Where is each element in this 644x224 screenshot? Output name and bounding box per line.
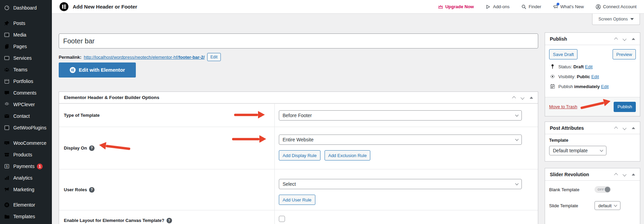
move-up-icon[interactable] (614, 173, 618, 177)
sidebar-item-elementor[interactable]: Elementor (0, 199, 52, 211)
user-roles-select[interactable]: Select (279, 179, 522, 189)
publish-header: Publish (545, 33, 640, 45)
pages-icon (3, 44, 10, 49)
sidebar-item-getwooplugins[interactable]: GetWooPlugins (0, 122, 52, 134)
topbar-actions: Upgrade Now Add-ons Finder What's New Co… (438, 4, 636, 10)
edit-permalink-button[interactable]: Edit (207, 53, 221, 61)
collapse-icon[interactable] (632, 173, 635, 176)
sidebar-item-marketing[interactable]: Marketing (0, 184, 52, 195)
eye-icon (550, 74, 555, 79)
chevron-down-icon (515, 138, 519, 141)
slide-template-label: Slide Template (549, 203, 595, 208)
save-draft-button[interactable]: Save Draft (549, 49, 577, 59)
sidebar-item-portfolios[interactable]: Portfolios (0, 75, 52, 87)
schedule-row: Publish immediately Edit (550, 84, 635, 89)
move-down-icon[interactable] (622, 37, 626, 41)
sidebar-item-dashboard[interactable]: Dashboard (0, 2, 52, 14)
collapse-icon[interactable] (530, 97, 533, 99)
lightbulb-icon (3, 102, 10, 107)
hf-options-metabox: Elementor Header & Footer Builder Option… (59, 92, 538, 224)
permalink-url[interactable]: http://localhost/wordpress/neotech/eleme… (84, 55, 204, 60)
template-select[interactable]: Default template (549, 146, 606, 155)
sidebar-item-posts[interactable]: Posts (0, 17, 52, 29)
metabox-header: Elementor Header & Footer Builder Option… (59, 92, 538, 103)
upgrade-now-link[interactable]: Upgrade Now (438, 4, 474, 10)
slide-template-select[interactable]: default (595, 201, 620, 210)
publishing-actions: Move to Trash Publish (545, 97, 640, 116)
chevron-down-icon (515, 113, 519, 116)
help-icon[interactable]: ? (167, 218, 172, 223)
whats-new-link[interactable]: What's New (553, 4, 584, 10)
connect-account-link[interactable]: Connect Account (596, 4, 636, 10)
elementor-logo-icon (70, 67, 76, 73)
addons-link[interactable]: Add-ons (485, 4, 509, 10)
add-user-rule-button[interactable]: Add User Rule (279, 195, 315, 205)
row-type-of-template: Type of Template Before Footer (59, 103, 538, 127)
bar-chart-icon (3, 175, 10, 181)
post-attributes-header: Post Attributes (545, 122, 640, 134)
services-icon (3, 55, 10, 61)
sidebar-item-wpclever[interactable]: WPClever (0, 99, 52, 110)
add-exclusion-rule-button[interactable]: Add Exclusion Rule (325, 150, 371, 160)
move-down-icon[interactable] (520, 96, 524, 99)
sidebar-item-media[interactable]: Media (0, 29, 52, 41)
sidebar-item-teams[interactable]: Teams (0, 64, 52, 75)
sidebar-item-services[interactable]: Services (0, 52, 52, 64)
post-title-input[interactable] (59, 33, 538, 48)
add-display-rule-button[interactable]: Add Display Rule (279, 150, 320, 160)
move-up-icon[interactable] (614, 37, 618, 41)
sidebar-item-templates[interactable]: Templates (0, 211, 52, 222)
toggle-knob (605, 187, 610, 192)
edit-status-link[interactable]: Edit (585, 64, 592, 69)
collapse-icon[interactable] (632, 38, 635, 40)
help-icon[interactable]: ? (89, 145, 95, 151)
sidebar-item-payments[interactable]: $ Payments 1 (0, 160, 52, 172)
crown-icon (438, 4, 443, 10)
edit-with-elementor-button[interactable]: Edit with Elementor (59, 62, 136, 78)
move-up-icon[interactable] (614, 126, 618, 130)
sidebar-item-contact[interactable]: Contact (0, 110, 52, 122)
post-attributes-panel: Post Attributes Template Default templat… (545, 122, 640, 162)
status-row: Status: Draft Edit (550, 64, 635, 69)
sidebar-item-analytics[interactable]: Analytics (0, 172, 52, 184)
slider-revolution-header: Slider Revolution (545, 168, 640, 181)
permalink-label: Permalink: (59, 55, 81, 60)
collapse-icon[interactable] (632, 127, 635, 129)
svg-text:$: $ (6, 165, 8, 168)
plugin-arrows-icon (3, 125, 10, 130)
blank-template-toggle[interactable]: OFF (595, 186, 611, 193)
type-of-template-select[interactable]: Before Footer (279, 110, 522, 121)
dashboard-icon (3, 5, 10, 11)
move-up-icon[interactable] (512, 96, 516, 100)
row-display-on: Display On ? Entire Website Add Display … (59, 127, 538, 169)
move-down-icon[interactable] (622, 172, 626, 176)
move-down-icon[interactable] (622, 126, 626, 130)
preview-button[interactable]: Preview (613, 49, 636, 59)
sidebar-item-products[interactable]: Products (0, 149, 52, 160)
visibility-row: Visibility: Public Edit (550, 74, 635, 79)
page: Dashboard Posts Media Pages Services Tea… (0, 0, 644, 224)
folder-icon (3, 214, 10, 219)
edit-schedule-link[interactable]: Edit (601, 84, 609, 89)
edit-visibility-link[interactable]: Edit (591, 74, 599, 79)
sidebar-item-woocommerce[interactable]: Woo WooCommerce (0, 137, 52, 149)
publish-button[interactable]: Publish (614, 102, 636, 112)
field-label: Enable Layout for Elementor Canvas Templ… (64, 218, 164, 223)
sidebar-item-pages[interactable]: Pages (0, 41, 52, 52)
search-icon (521, 4, 527, 10)
help-icon[interactable]: ? (89, 187, 95, 193)
display-on-select[interactable]: Entire Website (279, 135, 522, 145)
comment-icon (3, 90, 10, 96)
row-canvas-template: Enable Layout for Elementor Canvas Templ… (59, 210, 538, 224)
permalink: Permalink: http://localhost/wordpress/ne… (59, 53, 221, 61)
unread-count-badge: 1 (37, 164, 43, 169)
finder-link[interactable]: Finder (521, 4, 541, 10)
canvas-template-checkbox[interactable] (279, 216, 285, 222)
move-to-trash-link[interactable]: Move to Trash (549, 104, 577, 109)
chevron-down-icon (515, 182, 519, 185)
screen-options-button[interactable]: Screen Options (592, 14, 640, 25)
page-title: Add New Header or Footer (73, 4, 137, 10)
sidebar-item-comments[interactable]: Comments (0, 87, 52, 99)
envelope-icon (3, 113, 10, 119)
svg-text:Woo: Woo (5, 142, 9, 144)
